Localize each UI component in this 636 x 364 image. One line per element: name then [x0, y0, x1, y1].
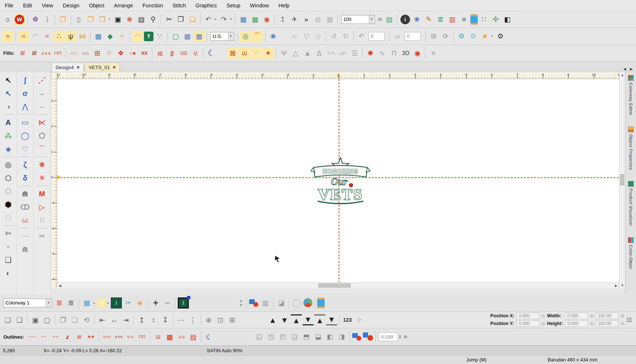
dot-outline-icon[interactable]: ▪ ▪ ▪ — [38, 331, 49, 342]
hide-colors-icon[interactable]: ◯ — [292, 297, 303, 308]
reshape-tool[interactable]: ↖ — [2, 87, 14, 100]
triple-run-icon[interactable]: ∩∩ — [80, 48, 91, 59]
raised-satin-icon[interactable]: /// — [29, 48, 40, 59]
scroll-left-icon[interactable]: ◀ — [57, 283, 63, 289]
florentine-fill-icon[interactable]: ʃʃ — [166, 48, 177, 59]
scroll-right-icon[interactable]: ▶ — [613, 283, 619, 289]
lettering-tool[interactable]: A — [2, 116, 14, 129]
embroidery-design-honoring-our-vets[interactable]: HONORING Our VETS — [310, 156, 371, 207]
palette-caret[interactable]: ▴ — [92, 297, 96, 308]
corel-graphics-icon[interactable]: ❁ — [30, 14, 41, 25]
run-outline-icon[interactable]: ∧∧∧ — [101, 331, 112, 342]
crescent-fill-icon[interactable]: ☾ — [206, 48, 217, 59]
scroll-down-icon[interactable]: ▼ — [619, 282, 625, 288]
satin-outline-icon[interactable]: /// — [74, 331, 85, 342]
horizontal-scrollbar-thumb[interactable] — [318, 283, 351, 288]
remove-overlaps-icon[interactable]: ∆ — [314, 48, 325, 59]
position-y-input[interactable] — [516, 320, 539, 327]
trapunto-icon[interactable]: ⊔⊓ — [337, 48, 348, 59]
ellipse-tool[interactable]: ◯ — [19, 129, 31, 142]
rotate-angle-input-value[interactable] — [368, 32, 385, 41]
smart-corners-icon[interactable]: ▲ — [302, 48, 313, 59]
align-bottom-icon[interactable]: ↧ — [160, 314, 171, 325]
manual-stitch-tool[interactable]: ⋰ — [36, 74, 48, 86]
zigzag-fill-icon[interactable]: ∧∧∧ — [40, 48, 52, 59]
design-information-icon[interactable]: i — [400, 14, 411, 25]
product-view-icon[interactable]: ◠ — [132, 31, 143, 42]
contour-fill-icon[interactable]: ((( — [155, 48, 166, 59]
stitch-points-icon[interactable]: ∷ — [478, 14, 490, 25]
stitch-to-hoop-icon[interactable]: ↥ — [277, 14, 288, 25]
home-icon[interactable]: ⌂ — [2, 14, 13, 25]
vectors-view-icon[interactable]: ◆ — [105, 31, 116, 42]
grid-view-icon[interactable]: ▦ — [182, 31, 193, 42]
closed-curve-tool[interactable]: σ — [19, 87, 31, 100]
blanket-outline-icon[interactable]: ▤ — [188, 331, 199, 342]
rectangle-tool[interactable]: ▭ — [19, 116, 31, 129]
program-split-icon[interactable]: ⊞ — [92, 48, 103, 59]
complex-fill-tool[interactable]: ⬢ — [2, 198, 14, 211]
units-combo-value[interactable] — [211, 32, 228, 40]
pattern-border-icon[interactable]: ▩ — [164, 331, 175, 342]
ungroup-icon[interactable]: ❏ — [69, 314, 80, 325]
rotate-angle-input-spinner[interactable]: ◦ — [385, 35, 386, 38]
undo-icon[interactable]: ↶ — [203, 14, 214, 25]
design-library-icon[interactable]: ❒ — [57, 14, 68, 25]
export-design-icon[interactable]: ❀ — [124, 14, 135, 25]
height-input[interactable] — [565, 320, 588, 327]
machine-manager-icon[interactable]: ⚙ — [467, 31, 478, 42]
arrow-fill-tool[interactable]: ▷ — [36, 201, 48, 213]
align-left-icon[interactable]: ⇤ — [97, 314, 108, 325]
appliques-view-icon[interactable]: ✶ — [116, 31, 127, 42]
connectors-view-icon[interactable]: ψ — [65, 31, 76, 42]
outline-view-icon[interactable]: ◠ — [30, 31, 41, 42]
front-shape-icon[interactable]: ◧ — [324, 331, 335, 342]
add-color-icon[interactable]: + — [150, 297, 161, 308]
undo-caret[interactable]: ▾ — [213, 14, 218, 25]
radial-fill-icon[interactable]: ✺ — [365, 48, 376, 59]
satin-fill-icon[interactable]: /// — [17, 48, 28, 59]
gradient-fill-tool[interactable]: ⬡ — [2, 211, 14, 224]
branch-objects-icon[interactable]: ⟲ — [81, 314, 92, 325]
rotate-reset-icon[interactable]: ↶ — [356, 31, 367, 42]
stitch-lines-icon[interactable]: ≡ — [428, 48, 439, 59]
skew-angle-input-value[interactable] — [404, 32, 421, 41]
sequence-by-number-icon[interactable]: 123 — [342, 314, 353, 325]
thread-blend-icon[interactable] — [249, 299, 259, 307]
menu-graphics[interactable]: Graphics — [191, 3, 222, 8]
open-curve-tool[interactable]: ʃ — [19, 74, 31, 86]
overview-window-icon[interactable]: ◧ — [502, 14, 513, 25]
ruler-horizontal[interactable]: -11-10-9-8-7-6-5-4-3-2-101234567891011 — [57, 72, 619, 79]
thread-cancel-icon[interactable]: ▥ — [260, 297, 271, 308]
save-to-machine-icon[interactable]: ★ — [479, 31, 490, 42]
garment-view-icon[interactable]: T — [144, 32, 153, 41]
connection-settings-icon[interactable]: ⚙ — [495, 31, 506, 42]
offset-outlines-tool[interactable]: ⬡ — [2, 172, 14, 184]
run-stitch-icon[interactable]: ∩∩ — [68, 48, 79, 59]
insert-embroidery-icon[interactable]: ▦ — [250, 14, 261, 25]
multi-select-icon[interactable]: ❑ — [14, 314, 25, 325]
branching-tool[interactable]: ⋉ — [36, 116, 48, 129]
vertical-scrollbar-thumb[interactable] — [620, 174, 624, 185]
skew-angle-input[interactable]: ◦ — [404, 32, 423, 41]
copy-icon[interactable]: ❐ — [175, 14, 186, 25]
thread-spool-icon[interactable] — [470, 14, 478, 25]
align-top-icon[interactable]: ↥ — [136, 314, 147, 325]
panel-tab-object-properties[interactable]: Object Properties — [628, 126, 634, 170]
column-shape-icon[interactable]: Π — [388, 48, 399, 59]
stitch-machine-icon[interactable]: ⚙ — [456, 31, 467, 42]
artistic-view-icon[interactable]: ≈ — [18, 31, 29, 42]
sequence-to-end-icon[interactable]: ▼ — [326, 314, 337, 325]
menu-window[interactable]: Window — [245, 3, 274, 8]
color-media-icon[interactable]: ◉ — [261, 14, 272, 25]
panel-tab-colorway-editor[interactable]: Colorway Editor — [628, 75, 634, 115]
color-blend-icon[interactable] — [363, 332, 373, 341]
lock-icon[interactable]: ▣ — [30, 314, 41, 325]
save-design-icon[interactable]: ▣ — [112, 14, 123, 25]
fit-boundaries-icon[interactable]: ⊡ — [215, 314, 226, 325]
select-handles-icon[interactable]: ❏ — [2, 314, 13, 325]
remove-color-icon[interactable]: − — [162, 297, 173, 308]
star-fill-icon[interactable]: ✶ — [262, 48, 273, 59]
motif-fill-icon[interactable]: ⁘ — [103, 48, 114, 59]
punch-menu-tool[interactable]: ⋯ — [19, 230, 31, 242]
